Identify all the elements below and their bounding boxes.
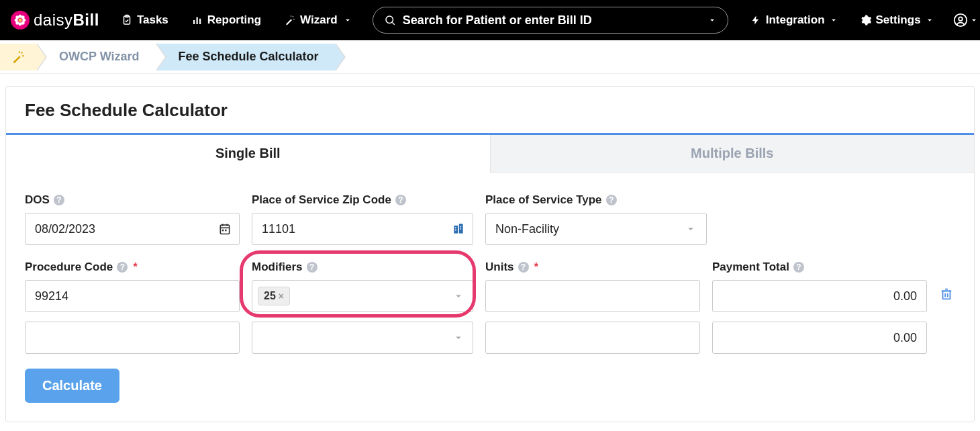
help-icon[interactable]: ? xyxy=(117,262,128,273)
help-icon[interactable]: ? xyxy=(793,262,804,273)
help-icon[interactable]: ? xyxy=(395,195,406,205)
label-dos: DOS ? xyxy=(25,193,240,207)
brand-logo[interactable]: daisyBill xyxy=(11,11,106,30)
chevron-down-icon xyxy=(452,290,464,302)
svg-rect-30 xyxy=(454,226,458,234)
breadcrumb: OWCP Wizard Fee Schedule Calculator xyxy=(0,40,980,74)
label-payment-total: Payment Total ? xyxy=(712,260,927,275)
svg-point-16 xyxy=(291,15,292,17)
svg-rect-36 xyxy=(943,291,950,299)
pos-type-value: Non-Facility xyxy=(495,222,559,236)
chevron-down-icon xyxy=(969,15,979,25)
chevron-down-icon xyxy=(829,15,838,25)
nav-settings-label: Settings xyxy=(876,13,921,27)
global-search xyxy=(373,7,728,34)
bolt-icon xyxy=(750,14,762,26)
zip-input[interactable] xyxy=(252,213,473,245)
nav-tasks[interactable]: Tasks xyxy=(113,8,177,32)
help-icon[interactable]: ? xyxy=(606,195,617,205)
chevron-down-icon[interactable] xyxy=(707,15,717,25)
modifiers-select[interactable] xyxy=(252,322,473,354)
svg-rect-11 xyxy=(193,20,195,24)
units-input[interactable] xyxy=(485,322,700,354)
flower-icon xyxy=(11,11,30,30)
payment-total-input[interactable] xyxy=(712,280,927,312)
breadcrumb-owcp-wizard[interactable]: OWCP Wizard xyxy=(36,44,156,70)
wand-icon xyxy=(11,50,26,64)
account-menu[interactable] xyxy=(948,9,980,32)
chevron-down-icon xyxy=(342,14,354,26)
breadcrumb-wizard-icon[interactable] xyxy=(0,44,36,70)
procedure-code-input[interactable] xyxy=(25,280,240,312)
chevron-down-icon xyxy=(685,223,697,235)
chevron-down-icon xyxy=(925,15,934,25)
svg-rect-24 xyxy=(220,225,229,234)
nav-tasks-label: Tasks xyxy=(137,13,168,27)
tab-multiple-bills[interactable]: Multiple Bills xyxy=(490,135,975,173)
required-mark: * xyxy=(133,260,138,274)
svg-point-15 xyxy=(293,19,295,20)
breadcrumb-label: OWCP Wizard xyxy=(59,50,140,64)
tabs: Single Bill Multiple Bills xyxy=(6,133,974,173)
label-pos-type: Place of Service Type ? xyxy=(485,193,707,207)
nav-settings[interactable]: Settings xyxy=(852,8,942,32)
svg-line-18 xyxy=(392,22,394,24)
svg-rect-35 xyxy=(460,228,462,230)
svg-rect-33 xyxy=(455,230,456,231)
search-input-wrap[interactable] xyxy=(373,7,728,34)
help-icon[interactable]: ? xyxy=(307,262,317,273)
pos-type-select[interactable]: Non-Facility xyxy=(485,213,707,245)
svg-point-17 xyxy=(386,16,393,23)
dos-input[interactable] xyxy=(25,213,240,245)
svg-point-0 xyxy=(19,19,22,22)
nav-right: Integration Settings xyxy=(742,8,980,32)
top-nav: daisyBill Tasks Reporting Wizard xyxy=(0,0,980,40)
help-icon[interactable]: ? xyxy=(54,195,64,205)
nav-wizard[interactable]: Wizard xyxy=(276,8,362,32)
gear-icon xyxy=(860,14,872,26)
modifier-tag[interactable]: 25 × xyxy=(258,287,290,305)
nav-integration-label: Integration xyxy=(766,13,825,27)
nav-reporting-label: Reporting xyxy=(207,13,261,27)
page-title: Fee Schedule Calculator xyxy=(6,87,974,133)
label-modifiers: Modifiers ? xyxy=(252,260,473,275)
units-input[interactable] xyxy=(485,280,700,312)
svg-point-5 xyxy=(15,15,19,19)
breadcrumb-label: Fee Schedule Calculator xyxy=(179,50,319,64)
breadcrumb-fee-calculator[interactable]: Fee Schedule Calculator xyxy=(156,44,335,70)
svg-point-8 xyxy=(21,21,25,25)
payment-total-input[interactable] xyxy=(712,322,927,354)
svg-rect-32 xyxy=(455,228,456,229)
wand-icon xyxy=(284,14,296,26)
search-input[interactable] xyxy=(403,13,701,28)
svg-point-20 xyxy=(959,17,963,21)
svg-point-6 xyxy=(21,15,25,19)
delete-row-button[interactable] xyxy=(939,287,955,301)
svg-rect-13 xyxy=(199,19,201,24)
search-icon xyxy=(384,14,396,26)
remove-tag-icon[interactable]: × xyxy=(279,291,284,301)
user-icon xyxy=(953,13,968,28)
modifiers-select[interactable]: 25 × xyxy=(252,280,473,312)
procedure-code-input[interactable] xyxy=(25,322,240,354)
calculate-button[interactable]: Calculate xyxy=(25,369,119,403)
brand-text: daisyBill xyxy=(34,11,99,30)
svg-point-21 xyxy=(21,52,22,53)
svg-rect-28 xyxy=(222,230,224,232)
nav-integration[interactable]: Integration xyxy=(742,8,846,32)
label-units: Units ? * xyxy=(485,260,700,275)
building-icon[interactable] xyxy=(452,222,465,236)
chart-bar-icon xyxy=(191,14,203,26)
calendar-icon[interactable] xyxy=(218,222,232,236)
form-area: DOS ? Place of Service Zip Code ? xyxy=(6,173,974,422)
nav-reporting[interactable]: Reporting xyxy=(183,8,269,32)
help-icon[interactable]: ? xyxy=(518,262,529,273)
label-procedure-code: Procedure Code ? * xyxy=(25,260,240,275)
required-mark: * xyxy=(534,260,539,274)
svg-point-22 xyxy=(22,54,23,56)
chevron-down-icon xyxy=(452,332,464,344)
svg-point-23 xyxy=(19,51,20,52)
svg-point-7 xyxy=(15,21,19,25)
modifier-tag-label: 25 xyxy=(264,290,276,302)
tab-single-bill[interactable]: Single Bill xyxy=(6,135,490,173)
